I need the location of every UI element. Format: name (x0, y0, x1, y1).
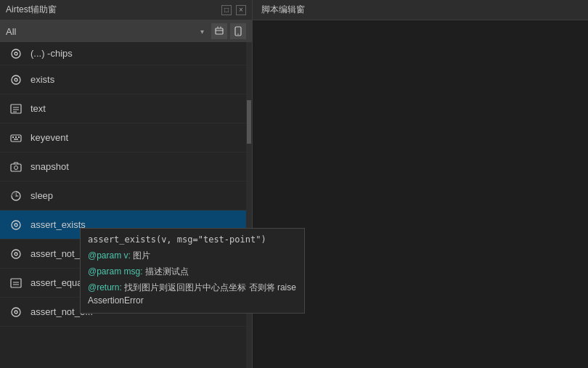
editor-title-bar: 脚本编辑窗 (253, 0, 588, 20)
item-label: exists (30, 74, 54, 85)
item-icon (9, 189, 23, 203)
item-icon (9, 46, 23, 61)
close-button[interactable]: × (236, 5, 246, 15)
svg-rect-14 (11, 135, 21, 142)
scrollbar-track[interactable] (246, 42, 252, 368)
svg-rect-15 (12, 136, 14, 138)
svg-point-24 (12, 250, 20, 258)
item-label: text (30, 103, 46, 114)
svg-rect-16 (15, 136, 17, 138)
tooltip-param1-label: @param v: (88, 250, 131, 261)
tooltip-param1-value: 图片 (133, 250, 150, 261)
svg-point-9 (15, 78, 17, 81)
item-icon (9, 73, 23, 87)
item-icon (9, 102, 23, 116)
item-icon (9, 247, 23, 261)
list-item[interactable]: (...) -chips (0, 42, 252, 65)
search-input[interactable] (6, 26, 196, 37)
tooltip-popup: assert_exists(v, msg="test-point") @para… (80, 228, 305, 314)
svg-point-29 (12, 308, 20, 316)
tooltip-return: @return: 找到图片则返回图片中心点坐标 否则将 raise Assert… (88, 281, 297, 307)
item-label: assert_exists (30, 219, 86, 230)
panel-title-bar: Airtest辅助窗 □ × (0, 0, 252, 20)
tooltip-param2-label: @param msg: (88, 266, 143, 277)
svg-rect-18 (14, 139, 18, 140)
search-icons (211, 23, 246, 39)
record-button[interactable] (211, 23, 227, 39)
item-icon (9, 305, 23, 319)
item-label: snapshot (30, 161, 69, 172)
svg-point-20 (15, 165, 18, 169)
svg-rect-26 (11, 279, 21, 287)
tooltip-return-label: @return: (88, 282, 122, 293)
svg-point-30 (15, 311, 17, 314)
editor-title: 脚本编辑窗 (261, 4, 305, 16)
list-item[interactable]: text (0, 94, 252, 123)
tooltip-param2-value: 描述测试点 (145, 266, 189, 277)
list-item[interactable]: keyevent (0, 123, 252, 152)
scrollbar-thumb[interactable] (247, 100, 251, 144)
svg-point-23 (15, 224, 17, 226)
item-label: sleep (30, 190, 53, 201)
svg-rect-0 (216, 28, 223, 34)
items-list: (...) -chips exists text (0, 42, 252, 368)
left-panel: Airtest辅助窗 □ × ▾ (0, 0, 253, 368)
svg-point-7 (15, 52, 17, 55)
tooltip-param2: @param msg: 描述测试点 (88, 265, 297, 278)
item-label: (...) -chips (30, 48, 73, 59)
tooltip-signature: assert_exists(v, msg="test-point") (88, 234, 297, 245)
search-bar: ▾ (0, 20, 252, 42)
tooltip-param1: @param v: 图片 (88, 249, 297, 262)
svg-point-6 (12, 49, 20, 58)
svg-point-5 (237, 33, 238, 34)
list-item[interactable]: exists (0, 65, 252, 94)
svg-rect-17 (18, 136, 20, 138)
panel-title: Airtest辅助窗 (6, 4, 57, 16)
editor-content[interactable] (253, 20, 588, 368)
dropdown-arrow-icon: ▾ (200, 28, 204, 36)
item-icon (9, 131, 23, 145)
list-item[interactable]: snapshot (0, 152, 252, 181)
minimize-button[interactable]: □ (221, 5, 232, 15)
title-buttons: □ × (221, 5, 246, 15)
list-item[interactable]: sleep (0, 181, 252, 210)
svg-point-8 (12, 75, 20, 84)
item-icon (9, 276, 23, 290)
item-label: keyevent (30, 132, 68, 143)
svg-point-25 (15, 253, 17, 255)
item-icon (9, 160, 23, 174)
svg-point-22 (12, 221, 20, 229)
item-icon (9, 218, 23, 232)
svg-rect-19 (11, 164, 21, 171)
item-label: assert_equal (30, 277, 84, 288)
phone-button[interactable] (230, 23, 246, 39)
